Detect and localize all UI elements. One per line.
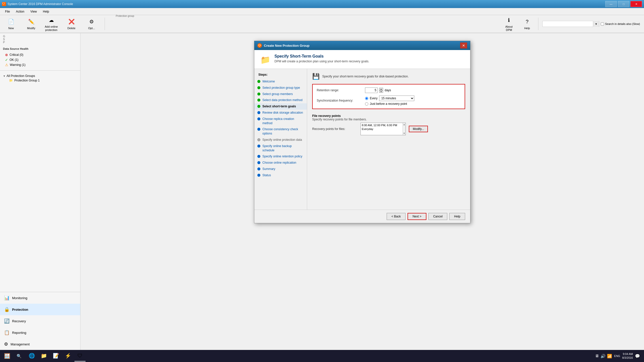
rp-scroll-up[interactable]: ▲	[403, 123, 406, 126]
taskbar-notepad[interactable]: 📝	[50, 350, 61, 361]
protection-icon: 🔒	[4, 307, 10, 312]
step-bullet-status	[257, 174, 260, 177]
sync-every-option: Every 15 minutes 30 minutes 1 hour 2 hou…	[365, 96, 414, 101]
toolbar-separator-2	[538, 18, 538, 30]
step-select-method[interactable]: Select data protection method	[254, 97, 307, 103]
data-source-warning[interactable]: ⚠ Warning (1)	[5, 62, 75, 67]
tray-monitor-icon: 🖥	[595, 354, 599, 358]
retention-input[interactable]	[365, 87, 378, 93]
tray-time: 9:04 AM	[622, 352, 633, 356]
menu-file[interactable]: File	[2, 9, 13, 14]
dialog-close-button[interactable]: ✕	[460, 42, 467, 49]
step-online-data[interactable]: Specify online protection data	[254, 137, 307, 143]
toolbar-help[interactable]: ? Help	[520, 18, 534, 30]
step-disk-storage[interactable]: Review disk storage allocation	[254, 110, 307, 116]
step-short-term[interactable]: Select short-term goals	[254, 103, 307, 110]
tree-root[interactable]: ▼ All Protection Groups	[3, 74, 77, 78]
nav-recovery[interactable]: 🔄 Recovery	[0, 315, 80, 327]
help-button[interactable]: Help	[449, 213, 465, 220]
search-dropdown-button[interactable]: ▼	[593, 21, 599, 27]
retention-spin-up[interactable]: ▲	[379, 88, 383, 90]
toolbar-about[interactable]: ℹ AboutDPM	[502, 16, 516, 32]
taskbar-apps: 🌐 📁 📝 ⚡ 🛡	[26, 350, 86, 361]
menu-help[interactable]: Help	[40, 9, 52, 14]
modify-button[interactable]: Modify...	[409, 126, 428, 132]
step-label-method: Select data protection method	[262, 98, 302, 102]
step-replica[interactable]: Choose replica creation method	[254, 116, 307, 126]
step-label-replica: Choose replica creation method	[262, 117, 304, 125]
data-source-ok[interactable]: ✓ OK (1)	[5, 57, 75, 62]
taskbar: 🪟 🔍 🌐 📁 📝 ⚡ 🛡 🖥 🔊 📶 ENG 9:04 AM 8/3/2016…	[0, 350, 644, 362]
close-button[interactable]: ✕	[630, 1, 642, 7]
sidebar-placeholder: GSP	[0, 33, 80, 45]
step-online-replication[interactable]: Choose online replication	[254, 160, 307, 166]
nav-reporting[interactable]: 📋 Reporting	[0, 327, 80, 338]
retention-spin-down[interactable]: ▼	[379, 90, 383, 93]
step-label-welcome: Welcome	[262, 79, 275, 84]
nav-protection[interactable]: 🔒 Protection	[0, 304, 80, 315]
toolbar-new[interactable]: 📄 New	[4, 18, 18, 30]
start-button[interactable]: 🪟	[2, 351, 12, 361]
toolbar-add-online[interactable]: ☁ Add onlineprotection	[44, 16, 58, 32]
sync-before-rp-radio[interactable]	[365, 102, 368, 106]
tray-notify-icon[interactable]: 💬	[635, 354, 640, 358]
step-select-members[interactable]: Select group members	[254, 91, 307, 97]
file-recovery-section: File recovery points Specify recovery po…	[312, 112, 465, 135]
maximize-button[interactable]: □	[618, 1, 629, 7]
taskbar-dpm[interactable]: 🛡	[74, 350, 86, 361]
step-summary[interactable]: Summary	[254, 166, 307, 172]
warn-label: Warning (1)	[10, 63, 25, 67]
step-online-retention[interactable]: Specify online retention policy	[254, 153, 307, 160]
dialog-header-icon: 📁	[260, 55, 270, 65]
taskbar-ps[interactable]: ⚡	[62, 350, 73, 361]
step-select-type[interactable]: Select protection group type	[254, 85, 307, 91]
step-status[interactable]: Status	[254, 172, 307, 178]
toolbar-separator	[105, 18, 105, 30]
sync-every-radio[interactable]	[365, 97, 368, 100]
back-button[interactable]: < Back	[387, 213, 406, 220]
menu-action[interactable]: Action	[13, 9, 27, 14]
step-bullet-members	[257, 93, 260, 96]
minimize-button[interactable]: —	[605, 1, 617, 7]
rp-list-value-2: Everyday	[362, 127, 405, 131]
options-icon: ⚙	[88, 18, 96, 26]
main-window: 🛡 System Center 2016 DPM Administrator C…	[0, 0, 644, 362]
toolbar-modify[interactable]: ✏️ Modify	[24, 18, 38, 30]
monitoring-label: Monitoring	[12, 296, 27, 300]
sync-every-label: Every	[370, 97, 378, 100]
nav-management[interactable]: ⚙ Management	[0, 338, 80, 350]
step-bullet-welcome	[257, 80, 260, 83]
step-online-schedule[interactable]: Specify online backup schedule	[254, 143, 307, 154]
cancel-button[interactable]: Cancel	[428, 213, 447, 220]
taskbar-ie[interactable]: 🌐	[26, 350, 37, 361]
days-label: days	[385, 88, 391, 92]
help-icon: ?	[523, 18, 531, 26]
rp-scroll-down[interactable]: ▼	[403, 132, 406, 135]
menu-view[interactable]: View	[27, 9, 40, 14]
tree-protection-group-1[interactable]: 📁 Protection Group 1	[9, 78, 77, 83]
search-input[interactable]	[543, 21, 593, 27]
data-source-critical[interactable]: ⊗ Critical (0)	[5, 52, 75, 57]
modify-label: Modify	[27, 27, 35, 30]
taskbar-search-button[interactable]: 🔍	[14, 351, 24, 360]
step-welcome[interactable]: Welcome	[254, 78, 307, 85]
step-bullet-summary	[257, 167, 260, 170]
toolbar-delete[interactable]: ❌ Delete	[64, 18, 78, 30]
step-bullet-online-data	[257, 138, 260, 141]
tree-children: 📁 Protection Group 1	[3, 78, 77, 83]
steps-panel: Steps: Welcome Select protection group t…	[254, 69, 307, 210]
taskbar-tray: 🖥 🔊 📶 ENG 9:04 AM 8/3/2016 💬	[595, 352, 642, 360]
step-consistency[interactable]: Choose consistency check options	[254, 126, 307, 137]
toolbar-options[interactable]: ⚙ Opt...	[85, 18, 99, 30]
rp-list-box: 8:00 AM, 12:00 PM, 6:00 PM Everyday ▲ ▼	[360, 123, 406, 135]
file-recovery-title: File recovery points	[312, 114, 465, 118]
sidebar: GSP Data Source Health ⊗ Critical (0) ✓ …	[0, 33, 80, 350]
step-label-members: Select group members	[262, 92, 293, 96]
next-button[interactable]: Next >	[408, 213, 426, 220]
taskbar-explorer[interactable]: 📁	[38, 350, 49, 361]
tray-icons: 🖥 🔊 📶	[595, 354, 612, 358]
dialog-main-title: Specify Short-Term Goals	[274, 54, 369, 59]
nav-monitoring[interactable]: 📊 Monitoring	[0, 292, 80, 304]
search-also-input[interactable]	[601, 22, 604, 26]
sync-frequency-dropdown[interactable]: 15 minutes 30 minutes 1 hour 2 hours	[379, 96, 414, 101]
